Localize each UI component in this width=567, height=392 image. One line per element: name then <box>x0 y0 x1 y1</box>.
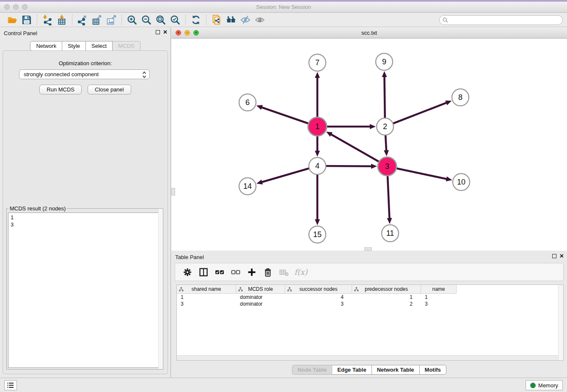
search-icon <box>443 17 448 23</box>
table-cell[interactable]: 1 <box>352 294 421 301</box>
hide-panels-button[interactable] <box>238 14 253 26</box>
graph-node-label: 10 <box>457 178 465 186</box>
column-header-shared-name[interactable]: shared name <box>177 285 236 294</box>
column-header-label: MCDS role <box>248 286 273 292</box>
network-canvas[interactable]: 1234678910111415 <box>171 39 567 251</box>
graph-node-label: 1 <box>315 122 319 131</box>
table-cell[interactable]: 2 <box>352 301 421 307</box>
show-hide-columns-button[interactable] <box>195 265 212 280</box>
table-tab-motifs[interactable]: Motifs <box>420 365 446 375</box>
table-tab-edge-table[interactable]: Edge Table <box>332 365 372 375</box>
optimization-criterion-label: Optimization criterion: <box>3 60 168 66</box>
network-window-title: scc.txt <box>171 30 567 36</box>
column-header-label: predecessor nodes <box>365 286 408 292</box>
control-tab-mcds[interactable]: MCDS <box>113 41 140 51</box>
open-folder-icon <box>7 14 18 25</box>
close-panel-icon[interactable]: × <box>163 30 167 34</box>
zoom-out-button[interactable] <box>139 14 154 26</box>
run-mcds-button[interactable]: Run MCDS <box>39 85 82 94</box>
table-row[interactable]: 1dominator411 <box>177 294 563 301</box>
list-icon <box>7 382 14 389</box>
fx-label: f(x) <box>293 268 308 276</box>
table-header-row: shared nameMCDS rolesuccessor nodesprede… <box>177 285 563 294</box>
select-all-button[interactable] <box>212 265 228 280</box>
float-panel-icon[interactable] <box>156 30 160 34</box>
mcds-result-text[interactable]: 1 3 <box>8 213 162 368</box>
export-network-button[interactable] <box>75 14 90 26</box>
panel-splitter-grip[interactable] <box>171 188 175 196</box>
table-rows: 1dominator4113dominator323 <box>177 294 563 307</box>
table-cell[interactable]: 3 <box>177 301 236 307</box>
column-header-successor-nodes[interactable]: successor nodes <box>285 285 352 294</box>
graph-node-label: 2 <box>383 122 387 131</box>
toolbar-separator <box>121 15 122 25</box>
close-panel-icon[interactable]: × <box>560 254 564 258</box>
memory-status-dot <box>530 383 536 388</box>
clone-network-button[interactable] <box>209 14 224 26</box>
export-image-icon <box>106 14 117 25</box>
refresh-button[interactable] <box>189 14 203 26</box>
delete-column-button[interactable] <box>260 265 276 280</box>
status-bar: Memory <box>0 378 567 392</box>
table-cell[interactable]: 3 <box>421 301 457 307</box>
zoom-in-icon <box>127 14 138 25</box>
table-tab-network-table[interactable]: Network Table <box>372 365 420 375</box>
table-cell[interactable]: 1 <box>177 294 236 301</box>
houses-button[interactable] <box>224 14 238 26</box>
deselect-all-button[interactable] <box>228 265 244 280</box>
zoom-selected-button[interactable] <box>168 14 182 26</box>
graph-edge-2-8[interactable] <box>385 102 447 127</box>
zoom-in-button[interactable] <box>125 14 139 26</box>
task-history-button[interactable] <box>4 380 17 390</box>
network-view-window: × – + scc.txt 1234678910111415 <box>171 28 567 251</box>
table-mode-button[interactable] <box>179 265 195 280</box>
export-table-button[interactable] <box>90 14 104 26</box>
table-tab-node-table[interactable]: Node Table <box>292 365 332 375</box>
memory-button[interactable]: Memory <box>526 380 563 390</box>
table-vertical-scrollbar[interactable] <box>558 285 563 360</box>
delete-table-icon <box>279 267 289 277</box>
panel-splitter-grip[interactable] <box>364 247 372 251</box>
import-table-icon <box>56 14 67 25</box>
open-session-button[interactable] <box>5 14 19 26</box>
export-network-icon <box>77 14 88 25</box>
export-image-button[interactable] <box>104 14 118 26</box>
zoom-fit-button[interactable] <box>154 14 168 26</box>
column-header-name[interactable]: name <box>421 285 457 294</box>
graph-node-label: 15 <box>313 230 322 239</box>
main-toolbar <box>0 13 567 27</box>
table-horizontal-scrollbar[interactable] <box>177 355 558 360</box>
show-panels-button[interactable] <box>253 14 267 26</box>
add-column-button[interactable] <box>244 265 260 280</box>
memory-label: Memory <box>538 382 558 389</box>
save-session-button[interactable] <box>19 14 34 26</box>
table-cell[interactable]: 1 <box>421 294 457 301</box>
column-header-predecessor-nodes[interactable]: predecessor nodes <box>352 285 421 294</box>
column-header-MCDS-role[interactable]: MCDS role <box>236 285 285 294</box>
import-network-button[interactable] <box>40 14 55 26</box>
table-cell[interactable]: dominator <box>236 301 285 307</box>
control-tab-select[interactable]: Select <box>86 41 113 51</box>
graph-node-label: 11 <box>386 229 394 237</box>
control-tab-network[interactable]: Network <box>30 41 62 51</box>
close-panel-button[interactable]: Close panel <box>88 85 131 94</box>
control-tab-style[interactable]: Style <box>62 41 86 51</box>
optimization-criterion-select[interactable]: strongly connected component <box>19 69 150 79</box>
refresh-icon <box>190 14 201 25</box>
import-table-button[interactable] <box>55 14 69 26</box>
toolbar-separator <box>37 15 37 25</box>
function-builder-button: f(x) <box>292 265 308 280</box>
trash-icon <box>263 267 273 277</box>
mcds-result-scrollbar[interactable] <box>158 209 163 369</box>
table-cell[interactable]: dominator <box>236 294 285 301</box>
table-cell[interactable]: 3 <box>285 301 352 307</box>
graph-edge-arrowhead <box>370 124 376 129</box>
table-row[interactable]: 3dominator323 <box>177 301 563 307</box>
control-panel: Control Panel × NetworkStyleSelectMCDS O… <box>0 28 171 378</box>
control-panel-title: Control Panel <box>4 30 37 36</box>
search-box[interactable] <box>439 15 563 25</box>
app-title: Session: New Session <box>0 4 567 10</box>
table-cell[interactable]: 4 <box>285 294 352 301</box>
float-panel-icon[interactable] <box>552 254 556 258</box>
search-input[interactable] <box>448 16 562 25</box>
